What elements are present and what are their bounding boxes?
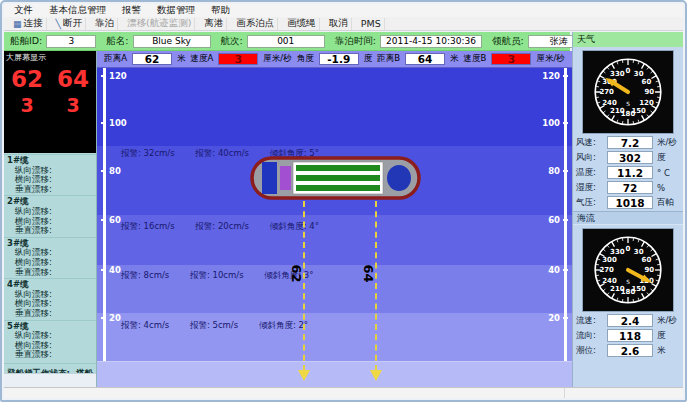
svg-text:30: 30 <box>634 70 644 78</box>
tool-connect[interactable]: ▦ 连接 <box>10 18 47 30</box>
svg-text:30: 30 <box>634 248 644 256</box>
ship-info-bar: 船舶ID: 3 船名: Blue Sky 航次: 001 靠泊时间: 2011-… <box>4 32 570 51</box>
left-panel: 大屏幕显示 62 64 3 3 1#缆 纵向漂移: 横向漂移: 垂直漂移: 2#… <box>4 51 97 387</box>
tool-depart[interactable]: 离港 <box>201 18 227 30</box>
right-panel: 天气 0306090120150180210240270300330S 风速: … <box>572 32 683 387</box>
svg-text:0: 0 <box>626 67 631 75</box>
cable-group-1: 1#缆 纵向漂移: 横向漂移: 垂直漂移: <box>4 154 96 195</box>
svg-text:300: 300 <box>602 256 617 264</box>
ship-name-field[interactable]: Blue Sky <box>133 35 211 48</box>
distance-b-big: 64 <box>57 66 89 92</box>
distance-b-label: 距离B <box>377 53 400 65</box>
tool-berth[interactable]: 靠泊 <box>92 18 118 30</box>
wind-speed-value: 7.2 <box>607 136 653 149</box>
cable-group-3: 3#缆 纵向漂移: 横向漂移: 垂直漂移: <box>4 237 96 278</box>
chart-band <box>97 68 572 146</box>
tool-draw-mooring-point[interactable]: 画系泊点 <box>233 18 278 30</box>
voyage-field[interactable]: 001 <box>247 35 325 48</box>
temperature-value: 11.2 <box>607 166 653 179</box>
svg-text:330: 330 <box>610 248 625 256</box>
list-item: 垂直漂移: <box>4 268 96 278</box>
toolbar: ▦ 连接 ╲ 断开 靠泊 漂移(航迹监测) 离港 画系泊点 画缆绳 取消 PMS <box>4 17 683 31</box>
svg-text:90: 90 <box>644 266 654 274</box>
measure-line-b-label: 64 <box>361 264 376 282</box>
berth-time-field[interactable]: 2011-4-15 10:30:36 <box>380 35 482 48</box>
angle-value: -1.9 <box>319 53 359 65</box>
status-cell <box>565 388 683 398</box>
svg-text:S: S <box>626 279 630 285</box>
cable-drift-list: 1#缆 纵向漂移: 横向漂移: 垂直漂移: 2#缆 纵向漂移: 横向漂移: 垂直… <box>4 153 96 380</box>
tide-level-row: 潮位: 2.6 米 <box>576 344 680 357</box>
status-cell <box>4 388 565 398</box>
current-speed-row: 流速: 2.4 米/秒 <box>576 314 680 327</box>
svg-text:240: 240 <box>602 277 617 285</box>
menu-data[interactable]: 数据管理 <box>157 4 195 17</box>
ship-id-field[interactable]: 3 <box>46 35 96 48</box>
berth-distance-chart: 120 100 80 60 40 20 120 100 80 60 40 20 … <box>97 68 572 387</box>
left-axis: 120 100 80 60 40 20 <box>103 68 117 361</box>
tool-drift-monitor: 漂移(航迹监测) <box>124 18 195 30</box>
ship-name-label: 船名: <box>106 35 128 48</box>
menu-basic-info[interactable]: 基本信息管理 <box>49 4 106 17</box>
berth-time-label: 靠泊时间: <box>335 35 376 48</box>
alarm-row-4: 报警: 4cm/s 报警: 5cm/s 倾斜角度: 2° <box>121 320 326 332</box>
big-screen-title: 大屏幕显示 <box>4 52 96 63</box>
measure-line-b <box>375 201 377 371</box>
temperature-row: 温度: 11.2 ° C <box>576 166 680 179</box>
pressure-value: 1018 <box>607 196 653 209</box>
connect-icon: ▦ <box>13 19 22 29</box>
app-window: 文件 基本信息管理 报警 数据管理 帮助 ▦ 连接 ╲ 断开 靠泊 漂移(航迹监… <box>0 0 687 402</box>
svg-text:60: 60 <box>642 256 652 264</box>
tool-draw-cable[interactable]: 画缆绳 <box>284 18 320 30</box>
pilot-label: 领航员: <box>492 35 524 48</box>
distance-a-big: 62 <box>11 66 43 92</box>
measure-line-a <box>303 201 305 371</box>
current-direction-gauge: 0306090120150180210240270300330S <box>582 228 674 312</box>
distance-a-label: 距离A <box>104 53 127 65</box>
voyage-label: 航次: <box>221 35 243 48</box>
svg-text:120: 120 <box>639 99 654 107</box>
svg-text:0: 0 <box>626 245 631 253</box>
svg-text:330: 330 <box>610 70 625 78</box>
svg-text:210: 210 <box>610 107 625 115</box>
tool-pms[interactable]: PMS <box>358 18 385 30</box>
status-bar <box>4 387 683 398</box>
cable-group-2: 2#缆 纵向漂移: 横向漂移: 垂直漂移: <box>4 195 96 236</box>
current-direction-value: 118 <box>607 329 653 342</box>
menu-alarm[interactable]: 报警 <box>122 4 141 17</box>
distance-a-value: 62 <box>132 53 172 65</box>
tool-cancel[interactable]: 取消 <box>326 18 352 30</box>
wind-direction-gauge: 0306090120150180210240270300330S <box>582 50 674 134</box>
speed-b-big: 3 <box>66 94 79 116</box>
wind-direction-row: 风向: 302 度 <box>576 151 680 164</box>
svg-text:240: 240 <box>602 99 617 107</box>
disconnect-icon: ╲ <box>56 19 61 29</box>
speed-a-value: 3 <box>218 53 258 65</box>
left-panel-footer <box>4 373 96 387</box>
wind-direction-value: 302 <box>607 151 653 164</box>
humidity-row: 湿度: 72 % <box>576 181 680 194</box>
speed-b-label: 速度B <box>464 53 487 65</box>
distance-b-value: 64 <box>405 53 445 65</box>
svg-text:S: S <box>626 101 630 107</box>
ship-id-label: 船舶ID: <box>10 35 42 48</box>
list-item: 垂直漂移: <box>4 185 96 195</box>
pressure-row: 气压: 1018 百帕 <box>576 196 680 209</box>
tide-level-value: 2.6 <box>607 344 653 357</box>
list-item: 垂直漂移: <box>4 226 96 236</box>
current-section-header: 海流 <box>573 211 683 225</box>
menu-file[interactable]: 文件 <box>14 4 33 17</box>
list-item: 垂直漂移: <box>4 350 96 360</box>
cable-group-4: 4#缆 纵向漂移: 横向漂移: 垂直漂移: <box>4 278 96 319</box>
menu-help[interactable]: 帮助 <box>211 4 230 17</box>
wind-speed-row: 风速: 7.2 米/秒 <box>576 136 680 149</box>
angle-label: 角度 <box>297 53 314 65</box>
menu-bar: 文件 基本信息管理 报警 数据管理 帮助 <box>4 4 683 17</box>
right-axis: 120 100 80 60 40 20 <box>553 68 567 361</box>
measure-line-a-label: 62 <box>289 264 304 282</box>
tool-disconnect[interactable]: ╲ 断开 <box>53 18 86 30</box>
current-direction-row: 流向: 118 度 <box>576 329 680 342</box>
measure-arrow-a <box>298 370 310 381</box>
svg-text:270: 270 <box>599 88 614 96</box>
list-item: 垂直漂移: <box>4 309 96 319</box>
